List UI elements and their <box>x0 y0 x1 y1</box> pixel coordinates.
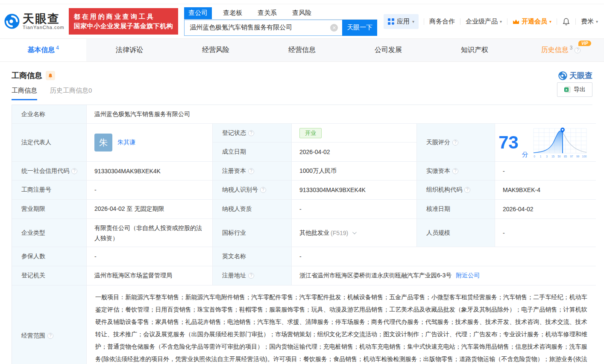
address-value: 浙江省温州市瓯海区娄桥街道永庆街瓯融汽车产业园6-3号 附近公司 <box>292 266 596 285</box>
company-name-value: 温州蓝色极氪汽车销售服务有限公司 <box>87 105 596 124</box>
export-button[interactable]: X 导出 <box>557 82 592 97</box>
score-value[interactable]: 73 分 <box>495 124 596 162</box>
approval-date-value: 2026-04-02 <box>495 200 596 219</box>
reg-capital-label: 注册资本? <box>213 162 292 181</box>
svg-text:X: X <box>565 88 568 92</box>
search-tab-risk[interactable]: 查风险 <box>288 7 316 19</box>
registry-label: 登记机关 <box>12 266 87 285</box>
reg-capital-value: 1000万人民币 <box>292 162 417 181</box>
credit-code-value: 91330304MAK9BXEK4K <box>87 162 213 181</box>
company-type-value: 有限责任公司（非自然人投资或控股的法人独资） <box>87 219 213 247</box>
apps-menu[interactable]: 应用 ▾ <box>384 14 419 29</box>
logo-title: 天眼查 <box>23 13 65 25</box>
help-icon[interactable]: ? <box>260 187 266 193</box>
user-menu[interactable]: 费米 ▾ <box>581 17 598 26</box>
search-tabs: 查公司 查老板 查关系 查风险 <box>184 7 377 20</box>
apps-grid-icon <box>388 18 394 25</box>
industry-value[interactable]: 其他批发业 (F519) <box>292 219 417 247</box>
svg-text:100: 100 <box>582 155 586 158</box>
chevron-down-icon: ▾ <box>549 19 551 24</box>
help-icon[interactable]: ? <box>248 130 254 136</box>
help-icon[interactable]: ? <box>452 168 458 174</box>
subtab-row: 工商信息 历史工商信息0 X 导出 <box>0 87 604 100</box>
help-icon[interactable]: ? <box>575 47 581 53</box>
paid-capital-label: 实缴资本? <box>417 162 495 181</box>
site-header: 天眼查 TianYanCha.com 都在用的商业查询工具 国家中小企业发展子基… <box>0 4 604 38</box>
registry-value: 温州市瓯海区市场监督管理局 <box>87 266 213 285</box>
tab-legal-litigation[interactable]: 法律诉讼 <box>86 39 173 61</box>
top-strip <box>0 0 604 4</box>
notification-bell[interactable] <box>562 17 570 26</box>
paid-capital-value: - <box>495 162 596 181</box>
insured-count-value: - <box>87 247 213 266</box>
business-term-label: 营业期限 <box>12 200 87 219</box>
score-distribution-chart: 0 1 3 15 50 85 97 99 100 <box>532 127 588 158</box>
help-icon[interactable]: ? <box>71 168 77 174</box>
legal-rep-avatar[interactable]: 朱 <box>94 134 112 151</box>
watermark-logo: 天眼查 <box>558 70 592 81</box>
staff-size-value: - <box>495 219 596 247</box>
vip-badge: VIP <box>578 41 591 46</box>
svg-text:1: 1 <box>539 155 541 158</box>
tab-intellectual-property[interactable]: 知识产权 <box>431 39 518 61</box>
tab-operation-info[interactable]: 经营信息 <box>259 39 345 61</box>
help-icon[interactable]: ? <box>248 168 254 174</box>
slogan-line2: 国家中小企业发展子基金旗下机构 <box>74 21 173 31</box>
business-scope-label: 经营范围? <box>12 285 87 364</box>
legal-rep-value: 朱 朱其谦 <box>87 124 213 162</box>
taxpayer-id-value: 91330304MAK9BXEK4K <box>292 181 417 200</box>
chevron-down-icon[interactable] <box>352 230 357 234</box>
taxpayer-quality-value: - <box>292 200 417 219</box>
business-scope-value: 一般项目：新能源汽车整车销售；新能源汽车电附件销售；汽车零配件零售；汽车零配件批… <box>87 285 596 364</box>
menu-cooperation[interactable]: 商务合作 <box>429 17 455 26</box>
section-head: 工商信息 天眼查 <box>0 62 604 81</box>
search-tab-company[interactable]: 查公司 <box>184 7 212 19</box>
tab-company-development[interactable]: 公司发展 <box>345 39 431 61</box>
subtab-business-info[interactable]: 工商信息 <box>12 87 37 100</box>
help-icon[interactable]: ? <box>248 273 254 279</box>
nearby-companies-link[interactable]: 附近公司 <box>456 272 480 280</box>
search-tab-relation[interactable]: 查关系 <box>253 7 281 19</box>
org-code-label: 组织机构代码? <box>417 181 495 200</box>
svg-text:50: 50 <box>557 155 561 158</box>
subtab-history-business-info[interactable]: 历史工商信息0 <box>50 87 92 100</box>
search-input[interactable] <box>184 20 342 36</box>
tab-operation-risk[interactable]: 经营风险 <box>173 39 259 61</box>
divider <box>460 18 460 25</box>
chevron-down-icon: ▾ <box>596 19 598 24</box>
help-icon[interactable]: ? <box>47 333 53 339</box>
svg-text:3: 3 <box>546 155 548 158</box>
legal-rep-link[interactable]: 朱其谦 <box>117 139 135 146</box>
legal-rep-label: 法定代表人 <box>12 124 87 162</box>
subscribe-bell-button[interactable] <box>46 71 55 80</box>
reg-status-label: 登记状态? <box>213 124 292 143</box>
english-name-value: - <box>292 247 596 266</box>
search-button[interactable]: 天眼一下 <box>342 20 377 36</box>
credit-code-label: 统一社会信用代码? <box>12 162 87 181</box>
reg-number-value: - <box>87 181 213 200</box>
staff-size-label: 人员规模 <box>417 219 495 247</box>
company-type-label: 企业类型 <box>12 219 87 247</box>
menu-enterprise[interactable]: 企业级产品 ▾ <box>466 17 502 26</box>
bell-icon <box>562 17 570 26</box>
help-icon[interactable]: ? <box>452 140 458 146</box>
divider <box>575 18 576 25</box>
divider <box>424 18 424 25</box>
score-number: 73 <box>498 134 519 151</box>
menu-vip[interactable]: 开通会员 ▾ <box>513 17 551 26</box>
clear-icon[interactable]: ✕ <box>330 24 338 32</box>
business-info-table: 企业名称 温州蓝色极氪汽车销售服务有限公司 法定代表人 朱 朱其谦 登记状态? … <box>12 105 592 364</box>
excel-icon: X <box>564 86 571 93</box>
reg-status-value: 开业 <box>292 124 417 143</box>
status-badge: 开业 <box>299 128 322 138</box>
org-code-value: MAK9BXEK-4 <box>495 181 596 200</box>
divider <box>507 18 507 25</box>
crown-icon <box>513 19 519 24</box>
tab-basic-info[interactable]: 基本信息4 <box>0 39 86 61</box>
tab-history-info[interactable]: VIP 历史信息3 ? <box>518 39 604 61</box>
search-tab-boss[interactable]: 查老板 <box>219 7 246 19</box>
tianyancha-logo[interactable]: 天眼查 TianYanCha.com <box>4 13 65 30</box>
section-title: 工商信息 <box>12 70 42 81</box>
divider <box>557 18 557 25</box>
help-icon[interactable]: ? <box>464 187 470 193</box>
